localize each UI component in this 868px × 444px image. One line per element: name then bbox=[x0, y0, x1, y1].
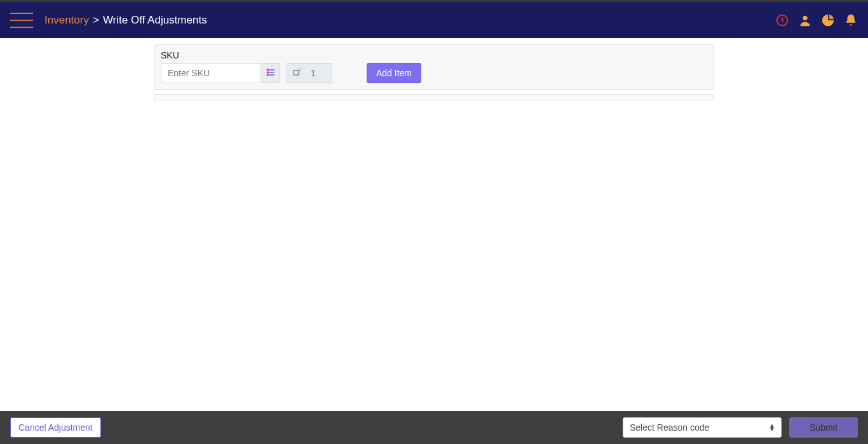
package-icon: ? bbox=[292, 67, 302, 79]
sku-entry-card: SKU ? Add Item bbox=[154, 44, 714, 90]
submit-button[interactable]: Submit bbox=[789, 417, 858, 438]
svg-point-7 bbox=[267, 74, 268, 76]
svg-point-6 bbox=[267, 72, 268, 73]
svg-point-1 bbox=[803, 15, 807, 20]
quantity-input[interactable] bbox=[306, 63, 332, 83]
sku-input-row: ? Add Item bbox=[161, 63, 707, 83]
cancel-adjustment-button[interactable]: Cancel Adjustment bbox=[10, 417, 101, 438]
menu-toggle-button[interactable] bbox=[10, 13, 33, 28]
pie-chart-icon[interactable] bbox=[821, 13, 835, 27]
add-item-button[interactable]: Add Item bbox=[367, 63, 421, 83]
bell-icon[interactable] bbox=[844, 13, 858, 27]
footer-right-group: Select Reason code ▲▼ Submit bbox=[623, 417, 858, 438]
sku-input[interactable] bbox=[161, 63, 261, 83]
breadcrumb-current: Write Off Adjustments bbox=[103, 14, 207, 27]
app-footer: Cancel Adjustment Select Reason code ▲▼ … bbox=[0, 411, 868, 444]
reason-select-wrap: Select Reason code ▲▼ bbox=[623, 417, 782, 438]
svg-point-5 bbox=[267, 69, 268, 71]
list-icon bbox=[266, 67, 276, 79]
breadcrumb-root[interactable]: Inventory bbox=[44, 14, 89, 27]
quantity-input-group: ? bbox=[287, 63, 332, 83]
sku-label: SKU bbox=[161, 50, 707, 60]
breadcrumb: Inventory > Write Off Adjustments bbox=[44, 14, 207, 27]
breadcrumb-separator: > bbox=[93, 14, 99, 27]
user-icon[interactable] bbox=[798, 13, 812, 27]
quantity-addon[interactable]: ? bbox=[287, 63, 306, 83]
app-header: Inventory > Write Off Adjustments bbox=[0, 0, 868, 38]
sku-list-button[interactable] bbox=[261, 63, 280, 83]
clock-icon[interactable] bbox=[775, 13, 789, 27]
svg-text:?: ? bbox=[298, 68, 301, 72]
header-icon-group bbox=[775, 13, 858, 27]
main-content: SKU ? Add Item bbox=[0, 38, 868, 411]
items-table-placeholder bbox=[154, 94, 714, 100]
reason-code-select[interactable]: Select Reason code bbox=[623, 417, 782, 438]
sku-input-group bbox=[161, 63, 280, 83]
